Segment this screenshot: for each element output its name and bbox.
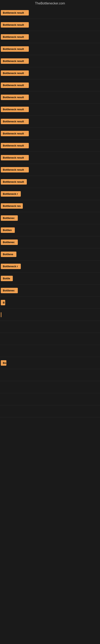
bottleneck-item[interactable]: Bottlen xyxy=(0,224,100,236)
bottleneck-item[interactable] xyxy=(0,333,100,345)
bottleneck-item[interactable]: Bottleneck result xyxy=(0,152,100,164)
bottleneck-item[interactable]: Bottlenec xyxy=(0,284,100,297)
bottleneck-badge: Bottleneck result xyxy=(1,179,27,184)
bottleneck-item[interactable]: Bottleneck result xyxy=(0,43,100,55)
bottleneck-item[interactable]: Bottleneck result xyxy=(0,67,100,79)
bottleneck-badge: Bottleneck result xyxy=(1,119,29,124)
bottleneck-item[interactable]: Bottleneck result xyxy=(0,55,100,67)
bottleneck-item[interactable]: Bottleneck result xyxy=(0,116,100,128)
bottleneck-badge: Bottlenec xyxy=(1,288,18,293)
bottleneck-badge: Bottleneck r xyxy=(1,191,21,196)
bottleneck-item[interactable]: Bottleneck result xyxy=(0,19,100,31)
bottleneck-item[interactable]: Bottlenec xyxy=(0,212,100,224)
bottleneck-badge: Bottleneck r xyxy=(1,264,21,269)
bottleneck-badge: Bottleneck result xyxy=(1,155,29,160)
bottleneck-item[interactable]: Bottleneck result xyxy=(0,140,100,152)
bottleneck-badge: Bottlenec xyxy=(1,240,18,245)
bottleneck-item[interactable]: Bottleneck result xyxy=(0,91,100,104)
bottleneck-badge: Bottle xyxy=(1,276,13,281)
bottleneck-item[interactable]: Bottleneck result xyxy=(0,7,100,19)
bottleneck-item[interactable]: Bottleneck result xyxy=(0,31,100,43)
bottleneck-badge: Bottleneck result xyxy=(1,94,29,100)
bottleneck-badge: Bottlen xyxy=(1,228,15,233)
bottleneck-item[interactable]: Bo xyxy=(0,357,100,369)
site-title-container: TheBottlenecker.com xyxy=(0,0,100,7)
bottleneck-item[interactable]: Bottle xyxy=(0,272,100,284)
site-title: TheBottlenecker.com xyxy=(0,0,100,7)
bottleneck-badge: Bottleneck result xyxy=(1,34,29,40)
bottleneck-badge: Bottleneck result xyxy=(1,70,29,76)
bottleneck-badge: Bottleneck result xyxy=(1,143,29,148)
bottleneck-item[interactable] xyxy=(0,393,100,405)
bottleneck-item[interactable]: Bottleneck res xyxy=(0,200,100,212)
bottleneck-badge: Bottleneck result xyxy=(1,167,29,172)
bottleneck-badge: Bottleneck res xyxy=(1,203,23,209)
bottleneck-item[interactable]: B xyxy=(0,297,100,309)
bottleneck-item[interactable]: Bottleneck r xyxy=(0,260,100,272)
bottleneck-badge: Bo xyxy=(1,360,6,366)
bottleneck-item[interactable]: Bottleneck result xyxy=(0,128,100,140)
bottleneck-item[interactable] xyxy=(0,369,100,381)
bottleneck-badge: Bottleneck result xyxy=(1,107,29,112)
bottleneck-item[interactable] xyxy=(0,345,100,357)
bottleneck-badge: Bottleneck result xyxy=(1,22,29,28)
bottleneck-item[interactable]: Bottleneck result xyxy=(0,79,100,91)
bottleneck-badge: Bottleneck result xyxy=(1,131,29,136)
bottleneck-badge: Bottlenec xyxy=(1,215,18,221)
bottleneck-item[interactable] xyxy=(0,381,100,393)
bottleneck-badge: Bottleneck result xyxy=(1,82,29,88)
bottleneck-badge: Bottleneck result xyxy=(1,58,29,64)
bottleneck-item[interactable]: Bottleneck r xyxy=(0,188,100,200)
bottleneck-item[interactable] xyxy=(0,405,100,418)
bottleneck-badge: Bottleneck result xyxy=(1,46,29,52)
bottleneck-item[interactable]: Bottlene xyxy=(0,248,100,260)
bottleneck-item[interactable]: Bottleneck result xyxy=(0,176,100,188)
bottleneck-badge: Bottlene xyxy=(1,252,16,257)
bottleneck-badge: Bottleneck result xyxy=(1,10,29,16)
bottleneck-item[interactable]: Bottleneck result xyxy=(0,164,100,176)
bottleneck-item[interactable] xyxy=(0,309,100,321)
bottleneck-item[interactable]: Bottlenec xyxy=(0,236,100,248)
bottleneck-bar xyxy=(1,312,1,317)
bottleneck-item[interactable]: Bottleneck result xyxy=(0,104,100,116)
items-list: Bottleneck resultBottleneck resultBottle… xyxy=(0,7,100,418)
bottleneck-badge: B xyxy=(1,300,5,305)
bottleneck-item[interactable] xyxy=(0,321,100,333)
